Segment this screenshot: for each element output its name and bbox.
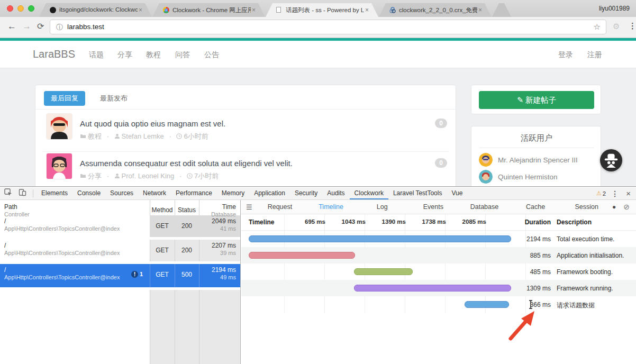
browser-menu-icon[interactable]: ⋮ <box>629 21 636 31</box>
nav-item-announce[interactable]: 公告 <box>204 50 219 60</box>
col-header-time: TimeDatabase <box>199 203 236 218</box>
clockwork-tab-timeline[interactable]: Timeline <box>305 203 357 211</box>
record-icon[interactable]: ● <box>612 203 616 211</box>
nav-item-tutorial[interactable]: 教程 <box>146 50 161 60</box>
folder-icon <box>80 133 86 139</box>
panel-divider[interactable] <box>240 200 241 364</box>
timeline-row: 1309 ms Framework running. <box>241 280 636 296</box>
devtools-close-icon[interactable]: × <box>626 189 631 198</box>
back-icon[interactable]: ← <box>7 21 16 32</box>
browser-tab-topics-active[interactable]: 话题列表 - ss - Powered by Lar × <box>266 3 378 17</box>
bookmark-star-icon[interactable]: ☆ <box>594 22 601 32</box>
nav-item-topics[interactable]: 话题 <box>89 50 104 60</box>
avatar[interactable] <box>479 153 493 167</box>
request-method: GET <box>150 271 175 278</box>
active-user-name[interactable]: Mr. Alejandrin Spencer III <box>498 156 578 164</box>
close-window-button[interactable] <box>7 5 13 12</box>
devtools-tab-network[interactable]: Network <box>138 187 171 199</box>
incognito-floating-button[interactable] <box>600 149 622 171</box>
nav-item-share[interactable]: 分享 <box>117 50 132 60</box>
row-gap <box>0 287 240 290</box>
error-icon: ! <box>131 271 138 278</box>
clockwork-tab-log[interactable]: Log <box>357 203 408 211</box>
inspect-element-icon[interactable] <box>4 188 12 198</box>
profile-name[interactable]: liyu001989 <box>599 5 630 12</box>
register-link[interactable]: 注册 <box>587 50 602 60</box>
timeline-bar-total[interactable] <box>249 235 511 242</box>
devtools-tab-performance[interactable]: Performance <box>171 187 217 199</box>
requests-sidebar-toggle-icon[interactable]: ☰ <box>246 203 252 211</box>
request-row-selected[interactable]: /App\Http\Controllers\TopicsController@i… <box>0 263 240 287</box>
reply-count-badge: 0 <box>435 119 447 128</box>
warning-icon[interactable]: ⚠ <box>596 190 602 197</box>
devtools-tab-sources[interactable]: Sources <box>105 187 138 199</box>
site-brand[interactable]: LaraBBS <box>33 48 75 60</box>
error-badge: ! 1 <box>131 271 143 278</box>
screen: itsgoingd/clockwork: Clockwor × Clockwor… <box>0 0 636 364</box>
topic-author[interactable]: Stefan Lemke <box>122 132 164 140</box>
axis-tick: 695 ms <box>283 219 325 225</box>
devtools-tab-audits[interactable]: Audits <box>322 187 349 199</box>
url-bar[interactable]: ⓘ larabbs.test ☆ <box>50 20 606 34</box>
browser-tab-webstore[interactable]: Clockwork - Chrome 网上应用店 × <box>152 3 265 17</box>
new-post-button[interactable]: ✎ 新建帖子 <box>479 91 594 109</box>
active-user-name[interactable]: Quinten Hermiston <box>498 173 558 181</box>
avatar[interactable] <box>479 170 493 184</box>
devtools-tab-clockwork[interactable]: Clockwork <box>350 187 388 199</box>
new-tab-button[interactable] <box>492 3 511 17</box>
devtools-tab-memory[interactable]: Memory <box>217 187 249 199</box>
topic-title[interactable]: Aut quod quia optio eius magnam est vel. <box>80 119 225 128</box>
timeline-row: 2194 ms Total execution time. <box>241 231 636 247</box>
maximize-window-button[interactable] <box>28 5 34 12</box>
timeline-bar-booting[interactable] <box>354 268 413 275</box>
url-text[interactable]: larabbs.test <box>67 23 104 31</box>
clockwork-tab-session[interactable]: Session <box>561 203 612 211</box>
nav-item-qa[interactable]: 问答 <box>175 50 190 60</box>
device-toolbar-icon[interactable] <box>19 188 26 198</box>
topic-list-card: 最后回复 最新发布 Aut quod quia optio eius magna… <box>35 85 456 190</box>
topic-title[interactable]: Assumenda consequatur est odit soluta au… <box>80 159 293 168</box>
clockwork-tab-database[interactable]: Database <box>459 203 510 211</box>
tab-close-icon[interactable]: × <box>478 6 482 14</box>
tab-close-icon[interactable]: × <box>252 6 256 14</box>
info-icon[interactable]: ⓘ <box>56 23 63 32</box>
divider <box>33 189 33 197</box>
devtools-menu-icon[interactable]: ⋮ <box>611 189 619 198</box>
block-requests-icon[interactable]: ⊘ <box>623 203 630 211</box>
topic-meta: 分享 · Prof. Leonel King · 7小时前 <box>80 171 219 181</box>
divider <box>43 151 449 152</box>
browser-tab-github[interactable]: itsgoingd/clockwork: Clockwor × <box>39 3 152 17</box>
topic-author[interactable]: Prof. Leonel King <box>122 172 175 180</box>
refresh-icon[interactable]: ⟳ <box>37 21 44 31</box>
devtools-tab-vue[interactable]: Vue <box>447 187 467 199</box>
avatar[interactable] <box>46 113 72 140</box>
tab-title: 话题列表 - ss - Powered by Lar <box>286 6 364 14</box>
clockwork-toolbar: ☰ Request Timeline Log Events Database C… <box>241 200 636 214</box>
browser-tab-crx[interactable]: clockwork_2_2_0_0.crx_免费高速 × <box>379 3 492 17</box>
filter-tab-last-reply[interactable]: 最后回复 <box>44 91 85 106</box>
tab-close-icon[interactable]: × <box>139 6 142 14</box>
timeline-bar-init[interactable] <box>249 252 355 259</box>
timeline-bar-running[interactable] <box>354 285 511 292</box>
avatar[interactable] <box>46 153 72 179</box>
filter-tab-recent[interactable]: 最新发布 <box>100 94 128 103</box>
devtools-tab-laravel-testtools[interactable]: Laravel TestTools <box>388 187 447 199</box>
topic-category[interactable]: 教程 <box>88 132 102 140</box>
devtools-tab-application[interactable]: Application <box>249 187 290 199</box>
warning-count[interactable]: 2 <box>603 190 606 197</box>
topic-category[interactable]: 分享 <box>88 172 102 180</box>
devtools-tab-elements[interactable]: Elements <box>37 187 72 199</box>
request-row[interactable]: /App\Http\Controllers\TopicsController@i… <box>4 217 144 232</box>
devtools-tab-console[interactable]: Console <box>72 187 105 199</box>
divider <box>479 148 594 148</box>
minimize-window-button[interactable] <box>17 5 24 12</box>
devtools-tab-security[interactable]: Security <box>290 187 322 199</box>
login-link[interactable]: 登录 <box>558 50 573 60</box>
request-row[interactable]: /App\Http\Controllers\TopicsController@i… <box>4 242 144 257</box>
bar-description: Framework running. <box>557 285 613 292</box>
clockwork-tab-cache[interactable]: Cache <box>510 203 561 211</box>
clockwork-tab-request[interactable]: Request <box>255 203 306 211</box>
clockwork-tab-events[interactable]: Events <box>408 203 459 211</box>
tab-close-icon[interactable]: × <box>365 6 369 14</box>
extension-icon[interactable]: ⚙ <box>613 22 620 31</box>
